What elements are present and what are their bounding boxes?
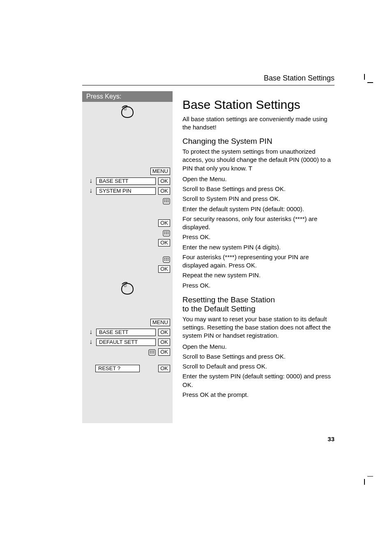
svg-rect-19 bbox=[164, 260, 165, 260]
svg-text:©: © bbox=[124, 283, 127, 288]
down-arrow-icon: ↓ bbox=[88, 329, 94, 335]
key-row-keypad bbox=[82, 255, 173, 265]
ok-softkey: OK bbox=[158, 219, 170, 227]
key-row-base-sett: ↓ BASE SETT OK bbox=[82, 328, 173, 338]
down-arrow-icon: ↓ bbox=[88, 177, 94, 184]
section-heading-reset: Resetting the Base Station to the Defaul… bbox=[182, 295, 334, 313]
down-arrow-icon: ↓ bbox=[88, 187, 94, 194]
paragraph: To protect the system settings from unau… bbox=[182, 147, 334, 173]
svg-rect-13 bbox=[166, 233, 167, 234]
ok-softkey: OK bbox=[158, 187, 170, 195]
handset-icon: © bbox=[82, 274, 173, 298]
press-keys-header: Press Keys: bbox=[82, 91, 173, 102]
ok-softkey: OK bbox=[158, 339, 170, 346]
key-row-ok: OK bbox=[82, 219, 173, 228]
running-head: Base Station Settings bbox=[82, 74, 334, 85]
display-text-default-sett: DEFAULT SETT bbox=[96, 339, 156, 346]
step-text: Open the Menu. bbox=[182, 343, 334, 351]
key-row-system-pin: ↓ SYSTEM PIN OK bbox=[82, 187, 173, 196]
ok-softkey: OK bbox=[158, 177, 170, 185]
heading-line-1: Resetting the Base Station bbox=[182, 295, 275, 304]
ok-softkey: OK bbox=[158, 265, 170, 273]
svg-rect-12 bbox=[164, 233, 165, 234]
key-row-ok: OK bbox=[82, 265, 173, 274]
press-keys-column: Press Keys: © MENU ↓ BASE SETT OK bbox=[82, 91, 173, 423]
step-text: Repeat the new system PIN. bbox=[182, 271, 334, 279]
key-row-keypad bbox=[82, 196, 173, 206]
instruction-text-column: Base Station Settings All base station s… bbox=[182, 91, 334, 423]
step-text: Enter the default system PIN (default: 0… bbox=[182, 205, 334, 213]
step-text: For security reasons, only four asterisk… bbox=[182, 215, 334, 232]
heading-line-2: to the Default Setting bbox=[182, 304, 255, 313]
key-row-menu: MENU bbox=[82, 318, 173, 328]
step-text: Press OK. bbox=[182, 281, 334, 290]
step-text: Scroll to System PIN and press OK. bbox=[182, 195, 334, 203]
handset-icon: © bbox=[82, 102, 173, 122]
svg-rect-27 bbox=[150, 352, 151, 353]
step-text: Scroll to Default and press OK. bbox=[182, 362, 334, 371]
svg-text:©: © bbox=[124, 107, 127, 111]
ok-softkey: OK bbox=[158, 348, 170, 356]
svg-rect-4 bbox=[168, 200, 168, 200]
svg-rect-17 bbox=[166, 258, 167, 259]
step-text: Four asterisks (****) representing your … bbox=[182, 253, 334, 270]
svg-rect-3 bbox=[166, 200, 167, 200]
svg-rect-18 bbox=[168, 258, 168, 259]
menu-softkey: MENU bbox=[150, 168, 170, 175]
intro-paragraph: All base station settings are convenient… bbox=[182, 115, 334, 131]
svg-rect-9 bbox=[164, 232, 165, 233]
page-number: 33 bbox=[25, 435, 334, 442]
keypad-icon bbox=[148, 348, 156, 356]
section-heading-change-pin: Changing the System PIN bbox=[182, 137, 334, 146]
paragraph: You may want to reset your base station … bbox=[182, 315, 334, 340]
ok-softkey: OK bbox=[158, 365, 170, 372]
step-text: Enter the new system PIN (4 digits). bbox=[182, 243, 334, 251]
display-text-reset: RESET ? bbox=[95, 365, 140, 372]
keypad-icon bbox=[163, 256, 170, 263]
svg-rect-29 bbox=[153, 352, 154, 353]
svg-rect-24 bbox=[150, 351, 151, 352]
svg-rect-5 bbox=[164, 201, 165, 202]
step-text: Press OK. bbox=[182, 233, 334, 241]
step-text: Enter the system PIN (default setting: 0… bbox=[182, 372, 334, 389]
display-text-system-pin: SYSTEM PIN bbox=[96, 187, 156, 195]
key-row-reset: RESET ? OK bbox=[82, 364, 173, 374]
svg-rect-16 bbox=[164, 258, 165, 259]
menu-softkey: MENU bbox=[150, 319, 170, 326]
svg-rect-26 bbox=[153, 351, 154, 352]
key-row-keypad-ok: OK bbox=[82, 348, 173, 357]
crop-mark-top-right bbox=[364, 74, 376, 85]
ok-softkey: OK bbox=[158, 329, 170, 336]
down-arrow-icon: ↓ bbox=[88, 339, 94, 345]
step-text: Scroll to Base Settings and press OK. bbox=[182, 185, 334, 193]
key-row-keypad bbox=[82, 228, 173, 238]
keypad-icon bbox=[163, 197, 170, 205]
svg-rect-7 bbox=[168, 201, 168, 202]
display-text-base-sett: BASE SETT bbox=[96, 177, 156, 185]
ok-softkey: OK bbox=[158, 239, 170, 246]
svg-rect-2 bbox=[164, 200, 165, 200]
key-row-base-sett: ↓ BASE SETT OK bbox=[82, 177, 173, 187]
svg-rect-11 bbox=[168, 232, 168, 233]
key-row-default-sett: ↓ DEFAULT SETT OK bbox=[82, 338, 173, 348]
page-title: Base Station Settings bbox=[182, 98, 334, 112]
key-row-menu: MENU bbox=[82, 167, 173, 177]
svg-rect-20 bbox=[166, 260, 167, 260]
keypad-icon bbox=[163, 229, 170, 237]
key-row-ok: OK bbox=[82, 238, 173, 248]
svg-rect-6 bbox=[166, 201, 167, 202]
display-text-base-sett: BASE SETT bbox=[96, 329, 156, 336]
step-text: Open the Menu. bbox=[182, 175, 334, 183]
svg-rect-10 bbox=[166, 232, 167, 233]
crop-mark-bottom-right bbox=[364, 473, 376, 485]
step-text: Scroll to Base Settings and press OK. bbox=[182, 352, 334, 361]
svg-rect-25 bbox=[152, 351, 152, 352]
step-text: Press OK at the prompt. bbox=[182, 391, 334, 399]
svg-rect-21 bbox=[168, 260, 168, 260]
svg-rect-14 bbox=[168, 233, 168, 234]
svg-rect-28 bbox=[152, 352, 152, 353]
